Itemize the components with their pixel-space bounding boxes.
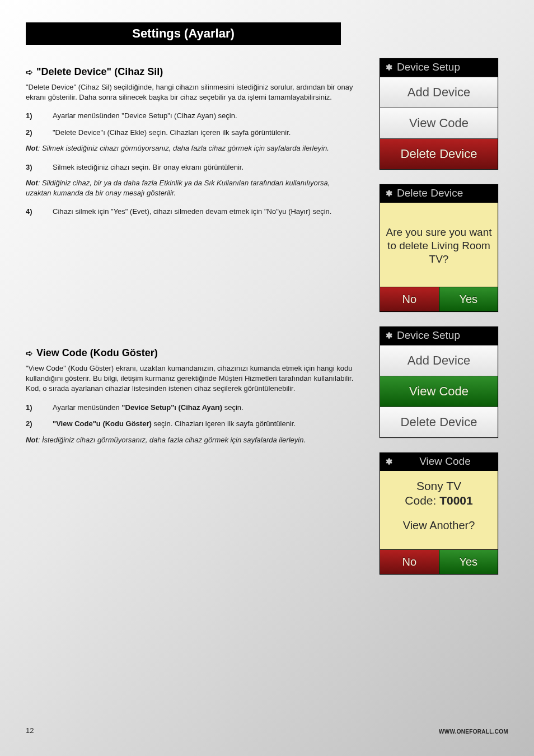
- screen-header-title: View Code: [397, 455, 493, 468]
- step-text: Ayarlar menüsünden "Device Setup"ı (Ciha…: [53, 402, 356, 413]
- step1-bold: "Device Setup"ı (Cihaz Ayarı): [121, 403, 222, 412]
- step-1: 1) Ayarlar menüsünden "Device Setup"ı (C…: [26, 402, 356, 413]
- yes-button[interactable]: Yes: [439, 549, 498, 574]
- screen-header-title: Device Setup: [397, 329, 460, 342]
- gear-icon: [385, 458, 392, 465]
- screen-device-setup-2: Device Setup Add Device View Code Delete…: [380, 326, 498, 438]
- section-delete-device: ➪ "Delete Device" (Cihaz Sil) "Delete De…: [26, 66, 356, 223]
- step-text: Silmek istediğiniz cihazı seçin. Bir ona…: [53, 162, 356, 173]
- menu-item-delete-device[interactable]: Delete Device: [380, 138, 498, 169]
- section2-heading: ➪ View Code (Kodu Göster): [26, 347, 356, 359]
- screen-header: Delete Device: [380, 185, 498, 203]
- gear-icon: [385, 332, 392, 339]
- section1-steps-b: 3) Silmek istediğiniz cihazı seçin. Bir …: [26, 162, 356, 173]
- step2-post: seçin. Cihazları içeren ilk sayfa görünt…: [152, 419, 296, 428]
- section1-heading-text: "Delete Device" (Cihaz Sil): [36, 66, 163, 78]
- arrow-icon: ➪: [26, 349, 33, 357]
- step-text: "Delete Device"ı (Cihaz Ekle) seçin. Cih…: [53, 127, 356, 138]
- screen-header: Device Setup: [380, 59, 498, 77]
- section1-intro: "Delete Device" (Cihaz Sil) seçildiğinde…: [26, 82, 356, 102]
- section1-note2: Not: Sildiğiniz cihaz, bir ya da daha fa…: [26, 178, 356, 198]
- step-text: Cihazı silmek için "Yes" (Evet), cihazı …: [53, 206, 356, 217]
- no-button[interactable]: No: [380, 549, 439, 574]
- step-num: 4): [26, 206, 53, 217]
- confirm-body: Are you sure you want to delete Living R…: [380, 203, 498, 287]
- confirm-buttons: No Yes: [380, 287, 498, 311]
- view-another-prompt: View Another?: [403, 519, 475, 533]
- note-label: Not: [26, 436, 38, 444]
- step-4: 4) Cihazı silmek için "Yes" (Evet), ciha…: [26, 206, 356, 217]
- section2-heading-text: View Code (Kodu Göster): [36, 347, 158, 359]
- screen-header-title: Device Setup: [397, 61, 460, 73]
- page-number: 12: [26, 726, 34, 735]
- menu-item-view-code[interactable]: View Code: [380, 108, 498, 138]
- screen-header: View Code: [380, 453, 498, 471]
- step-num: 2): [26, 127, 53, 138]
- screen-delete-confirm: Delete Device Are you sure you want to d…: [380, 184, 498, 312]
- viewcode-body: Sony TV Code: T0001 View Another?: [380, 471, 498, 549]
- no-button[interactable]: No: [380, 287, 439, 311]
- screen-device-setup-1: Device Setup Add Device View Code Delete…: [380, 58, 498, 170]
- step2-bold: "View Code"u (Kodu Göster): [53, 419, 152, 428]
- step-2: 2) "View Code"u (Kodu Göster) seçin. Cih…: [26, 418, 356, 430]
- menu-item-add-device[interactable]: Add Device: [380, 345, 498, 376]
- code-block: Sony TV Code: T0001: [405, 479, 472, 508]
- menu-item-delete-device[interactable]: Delete Device: [380, 407, 498, 437]
- step-text: Ayarlar menüsünden "Device Setup"ı (Ciha…: [53, 110, 356, 122]
- section1-steps: 1) Ayarlar menüsünden "Device Setup"ı (C…: [26, 110, 356, 138]
- gear-icon: [385, 189, 392, 197]
- note-text: : İstediğiniz cihazı görmüyorsanız, daha…: [38, 436, 306, 444]
- section1-note1: Not: Silmek istediğiniz cihazı görmüyors…: [26, 143, 356, 153]
- page-title: Settings (Ayarlar): [132, 26, 235, 41]
- step1-post: seçin.: [222, 403, 243, 412]
- step-2: 2) "Delete Device"ı (Cihaz Ekle) seçin. …: [26, 127, 356, 138]
- section1-steps-c: 4) Cihazı silmek için "Yes" (Evet), ciha…: [26, 206, 356, 217]
- arrow-icon: ➪: [26, 68, 33, 76]
- menu-item-add-device[interactable]: Add Device: [380, 77, 498, 108]
- step-num: 3): [26, 162, 53, 173]
- step-1: 1) Ayarlar menüsünden "Device Setup"ı (C…: [26, 110, 356, 122]
- note-label: Not: [26, 144, 38, 152]
- viewcode-buttons: No Yes: [380, 549, 498, 574]
- screen-header-title: Delete Device: [397, 187, 463, 199]
- note-label: Not: [26, 179, 38, 187]
- code-label: Code:: [405, 494, 439, 507]
- step-num: 1): [26, 402, 53, 413]
- step-text: "View Code"u (Kodu Göster) seçin. Cihazl…: [53, 418, 356, 430]
- screens-column: Device Setup Add Device View Code Delete…: [380, 58, 498, 589]
- section2-note: Not: İstediğiniz cihazı görmüyorsanız, d…: [26, 435, 356, 445]
- gear-icon: [385, 63, 392, 71]
- step-num: 1): [26, 110, 53, 122]
- screen-header: Device Setup: [380, 327, 498, 345]
- title-bar: Settings (Ayarlar): [26, 22, 341, 45]
- note-text: : Sildiğiniz cihaz, bir ya da daha fazla…: [26, 179, 330, 197]
- step-num: 2): [26, 418, 53, 430]
- device-code: Code: T0001: [405, 493, 472, 508]
- confirm-prompt: Are you sure you want to delete Living R…: [386, 226, 492, 265]
- section1-heading: ➪ "Delete Device" (Cihaz Sil): [26, 66, 356, 78]
- section2-steps: 1) Ayarlar menüsünden "Device Setup"ı (C…: [26, 402, 356, 430]
- section-view-code: ➪ View Code (Kodu Göster) "View Code" (K…: [26, 347, 356, 453]
- step1-pre: Ayarlar menüsünden: [53, 403, 121, 412]
- note-text: : Silmek istediğiniz cihazı görmüyorsanı…: [38, 144, 329, 152]
- yes-button[interactable]: Yes: [439, 287, 498, 311]
- footer-url: WWW.ONEFORALL.COM: [439, 729, 508, 735]
- screen-view-code: View Code Sony TV Code: T0001 View Anoth…: [380, 452, 498, 575]
- menu-item-view-code[interactable]: View Code: [380, 376, 498, 407]
- device-name: Sony TV: [405, 479, 472, 493]
- section2-intro: "View Code" (Kodu Göster) ekranı, uzakta…: [26, 363, 356, 394]
- code-value: T0001: [439, 494, 473, 507]
- step-3: 3) Silmek istediğiniz cihazı seçin. Bir …: [26, 162, 356, 173]
